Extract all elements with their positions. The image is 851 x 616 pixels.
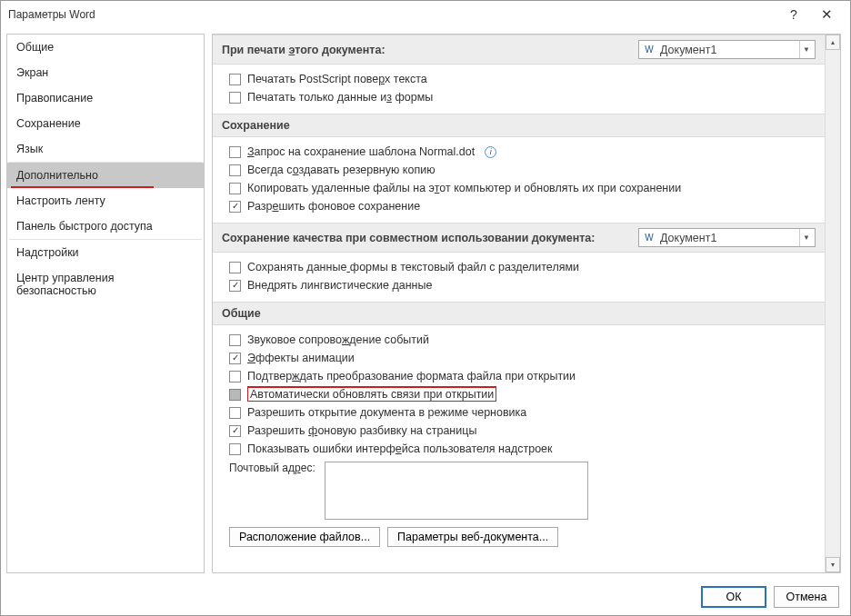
document-select[interactable]: WДокумент1▼ [638,228,816,247]
sidebar-item-label: Настроить ленту [16,194,105,207]
option-label[interactable]: Всегда создавать резервную копию [247,164,436,176]
section-title: Общие [222,307,261,320]
option-label[interactable]: Печатать PostScript поверх текста [247,73,427,85]
option-label[interactable]: Автоматически обновлять связи при открыт… [247,388,496,401]
sidebar-item-5[interactable]: Дополнительно [7,163,204,188]
cancel-button[interactable]: Отмена [774,586,839,608]
sidebar-item-label: Панель быстрого доступа [16,220,153,233]
option-row: Всегда создавать резервную копию [229,161,821,179]
checkbox[interactable] [229,183,241,194]
option-label[interactable]: Печатать только данные из формы [247,91,433,104]
option-row: Автоматически обновлять связи при открыт… [229,385,821,403]
mail-address-row: Почтовый адрес: [229,458,821,520]
checkbox[interactable] [229,74,241,85]
option-row: Копировать удаленные файлы на этот компь… [229,179,821,197]
checkbox[interactable] [229,407,241,419]
titlebar: Параметры Word ? ✕ [1,1,850,28]
option-row: Сохранять данные формы в текстовый файл … [229,258,821,276]
option-label[interactable]: Внедрять лингвистические данные [247,279,432,292]
print-doc-options: Печатать PostScript поверх текстаПечатат… [213,65,825,114]
option-label[interactable]: Копировать удаленные файлы на этот компь… [247,182,681,194]
option-row: Печатать только данные из формы [229,88,821,106]
general-buttons-row: Расположение файлов...Параметры веб-доку… [229,520,821,551]
section-title: Сохранение качества при совместном испол… [222,232,595,244]
option-row: Внедрять лингвистические данные [229,276,821,294]
document-select-label: Документ1 [660,232,716,244]
content-pane: При печати этого документа:WДокумент1▼Пе… [213,35,825,572]
dialog-footer: ОК Отмена [1,579,850,615]
sidebar-item-label: Центр управления безопасностью [16,272,114,297]
checkbox[interactable] [229,443,241,455]
sidebar-item-7[interactable]: Панель быстрого доступа [7,214,204,239]
section-header: Сохранение [213,114,825,137]
option-label[interactable]: Запрос на сохранение шаблона Normal.dot [247,145,475,158]
option-row: Эффекты анимации [229,349,821,367]
web-options-button[interactable]: Параметры веб-документа... [387,527,558,547]
option-row: Разрешить фоновую разбивку на страницы [229,422,821,440]
checkbox[interactable] [229,425,241,437]
close-icon[interactable]: ✕ [810,6,843,23]
checkbox[interactable] [229,389,241,401]
checkbox[interactable] [229,92,241,104]
sidebar-item-0[interactable]: Общие [7,35,204,60]
highlight-marker: Автоматически обновлять связи при открыт… [247,386,496,402]
dialog-body: ОбщиеЭкранПравописаниеСохранениеЯзыкДопо… [1,28,850,579]
file-locations-button[interactable]: Расположение файлов... [229,527,380,547]
checkbox[interactable] [229,262,241,273]
content-wrap: При печати этого документа:WДокумент1▼Пе… [212,34,841,573]
option-label[interactable]: Звуковое сопровождение событий [247,333,429,346]
word-doc-icon: W [643,44,656,56]
sidebar-item-1[interactable]: Экран [7,60,204,85]
general-options: Звуковое сопровождение событийЭффекты ан… [213,325,825,558]
sidebar-item-4[interactable]: Язык [7,136,204,162]
section-header-share-quality: Сохранение качества при совместном испол… [213,223,825,253]
checkbox[interactable] [229,201,241,213]
sidebar-item-label: Экран [16,66,48,79]
option-label[interactable]: Разрешить открытие документа в режиме че… [247,406,526,419]
option-row: Печатать PostScript поверх текста [229,70,821,88]
document-select[interactable]: WДокумент1▼ [638,40,816,59]
sidebar-item-3[interactable]: Сохранение [7,111,204,136]
sidebar-item-label: Язык [16,143,43,155]
sidebar-item-label: Правописание [16,92,93,104]
option-row: Запрос на сохранение шаблона Normal.doti [229,143,821,161]
mail-label: Почтовый адрес: [229,462,315,474]
chevron-down-icon: ▼ [799,229,813,246]
option-label[interactable]: Сохранять данные формы в текстовый файл … [247,261,579,273]
option-row: Разрешить открытие документа в режиме че… [229,403,821,422]
scroll-track[interactable] [826,50,840,557]
scroll-up-icon[interactable]: ▴ [826,35,840,50]
sidebar-item-9[interactable]: Центр управления безопасностью [7,265,204,303]
section-title: Сохранение [222,119,290,132]
sidebar-item-6[interactable]: Настроить ленту [7,188,204,214]
vertical-scrollbar[interactable]: ▴ ▾ [825,35,840,572]
mail-address-input[interactable] [325,462,588,520]
scroll-down-icon[interactable]: ▾ [826,557,840,572]
option-label[interactable]: Показывать ошибки интерфейса пользовател… [247,442,553,455]
save-options: Запрос на сохранение шаблона Normal.doti… [213,137,825,223]
option-row: Показывать ошибки интерфейса пользовател… [229,440,821,458]
sidebar-item-label: Дополнительно [16,169,98,182]
sidebar-item-2[interactable]: Правописание [7,85,204,111]
info-icon[interactable]: i [485,146,496,158]
document-select-label: Документ1 [660,44,716,56]
section-title: При печати этого документа: [222,44,385,56]
checkbox[interactable] [229,371,241,383]
sidebar-item-8[interactable]: Надстройки [7,240,204,265]
checkbox[interactable] [229,164,241,176]
option-row: Подтверждать преобразование формата файл… [229,367,821,385]
checkbox[interactable] [229,353,241,364]
checkbox[interactable] [229,146,241,158]
sidebar-item-label: Надстройки [16,246,79,259]
checkbox[interactable] [229,334,241,346]
section-header-print-doc: При печати этого документа:WДокумент1▼ [213,35,825,65]
option-row: Звуковое сопровождение событий [229,331,821,349]
help-icon[interactable]: ? [777,7,810,22]
checkbox[interactable] [229,280,241,292]
ok-button[interactable]: ОК [701,586,766,608]
option-label[interactable]: Эффекты анимации [247,352,355,364]
window-title: Параметры Word [8,8,777,21]
option-label[interactable]: Подтверждать преобразование формата файл… [247,370,576,383]
option-label[interactable]: Разрешить фоновую разбивку на страницы [247,424,476,437]
option-label[interactable]: Разрешить фоновое сохранение [247,200,420,213]
